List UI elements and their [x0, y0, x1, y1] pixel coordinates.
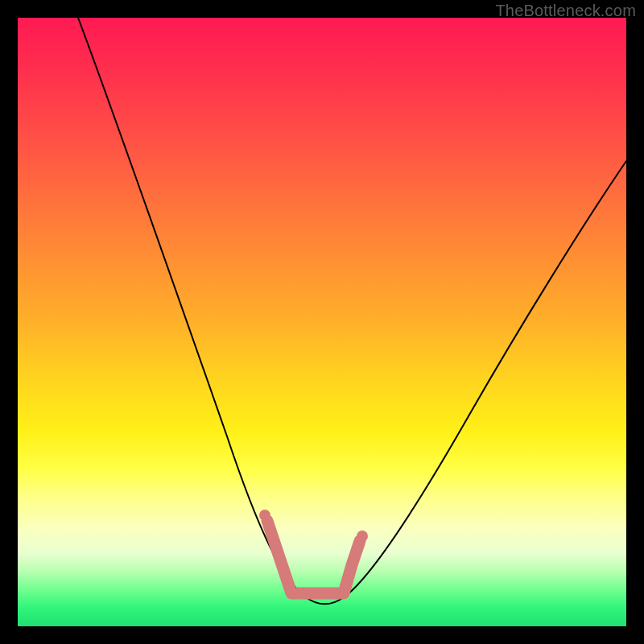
- chart-area: [18, 18, 626, 626]
- optimal-marker: [267, 521, 360, 593]
- watermark-text: TheBottleneck.com: [495, 2, 636, 20]
- bottleneck-curve: [78, 18, 626, 604]
- bottleneck-curve-svg: [18, 18, 626, 626]
- optimal-marker-dot-top-right: [357, 530, 368, 542]
